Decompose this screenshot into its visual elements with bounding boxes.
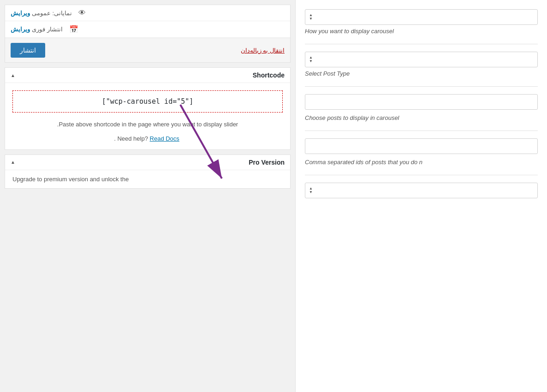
bottom-select[interactable]: ▲ ▼	[305, 183, 538, 198]
bottom-select-arrows-icon: ▲ ▼	[309, 187, 313, 194]
pro-version-title: Pro Version	[19, 159, 285, 166]
publish-time-edit-link[interactable]: ویرایش	[11, 26, 30, 33]
read-docs-link[interactable]: Read Docs	[150, 135, 179, 142]
trash-link[interactable]: انتقال به زباله‌دان	[241, 47, 285, 54]
comma-ids-setting: Comma separated ids of posts that you do…	[305, 138, 538, 166]
pro-version-box: ▲ Pro Version Upgrade to premium version…	[5, 154, 291, 189]
carousel-display-setting: ▲ ▼ How you want to display carousel	[305, 9, 538, 35]
post-type-label: Select Post Type	[305, 70, 538, 77]
comma-ids-input[interactable]	[305, 138, 538, 154]
shortcode-value-box: ["wcp-carousel id="5"]	[12, 90, 283, 113]
carousel-display-label: How you want to display carousel	[305, 28, 538, 35]
shortcode-box: ▲ Shortcode ["wcp-carousel id="5"] Paste…	[5, 67, 291, 150]
shortcode-box-title: Shortcode	[19, 71, 285, 79]
pro-version-header: ▲ Pro Version	[5, 155, 290, 170]
publish-time-row: 📅 انتشار فوری ویرایش	[5, 21, 290, 38]
shortcode-box-header: ▲ Shortcode	[5, 68, 290, 83]
bottom-select-setting: ▲ ▼	[305, 183, 538, 198]
toggle-arrow-icon[interactable]: ▲	[11, 73, 15, 78]
visibility-label: نمایانی: عمومی	[32, 10, 72, 17]
visibility-row: 👁 نمایانی: عمومی ویرایش	[5, 5, 290, 21]
pro-toggle-arrow-icon[interactable]: ▲	[11, 160, 15, 165]
publish-button[interactable]: انتشار	[11, 43, 45, 58]
help-text: Need help? Read Docs .	[12, 135, 283, 142]
pro-description: Upgrade to premium version and unlock th…	[12, 176, 129, 183]
post-type-arrows-icon: ▲ ▼	[309, 56, 313, 63]
choose-posts-label: Choose posts to display in carousel	[305, 114, 538, 121]
divider-2	[305, 86, 538, 87]
comma-ids-label: Comma separated ids of posts that you do…	[305, 159, 538, 166]
choose-posts-setting: Choose posts to display in carousel	[305, 94, 538, 121]
pro-version-body: Upgrade to premium version and unlock th…	[5, 170, 290, 188]
carousel-display-select[interactable]: ▲ ▼	[305, 9, 538, 25]
paste-instructions: Paste above shortcode in the page where …	[12, 120, 283, 130]
divider-4	[305, 175, 538, 175]
divider-3	[305, 131, 538, 131]
publish-actions: انتشار انتقال به زباله‌دان	[5, 38, 290, 62]
divider-1	[305, 44, 538, 44]
select-arrows-icon: ▲ ▼	[309, 13, 313, 21]
shortcode-value: ["wcp-carousel id="5"]	[102, 97, 194, 106]
post-type-select[interactable]: ▲ ▼	[305, 52, 538, 67]
publish-box: 👁 نمایانی: عمومی ویرایش 📅 انتشار فوری وی…	[5, 5, 291, 63]
choose-posts-input[interactable]	[305, 94, 538, 110]
shortcode-box-body: ["wcp-carousel id="5"] Paste above short…	[5, 83, 290, 149]
settings-section: ▲ ▼ How you want to display carousel ▲ ▼…	[296, 5, 547, 212]
help-label: Need help?	[117, 135, 148, 142]
post-type-setting: ▲ ▼ Select Post Type	[305, 52, 538, 77]
right-panel: ▲ ▼ How you want to display carousel ▲ ▼…	[295, 0, 547, 392]
visibility-edit-link[interactable]: ویرایش	[11, 10, 30, 17]
publish-time-label: انتشار فوری	[32, 26, 63, 33]
calendar-icon: 📅	[69, 25, 78, 34]
eye-icon: 👁	[78, 9, 86, 17]
